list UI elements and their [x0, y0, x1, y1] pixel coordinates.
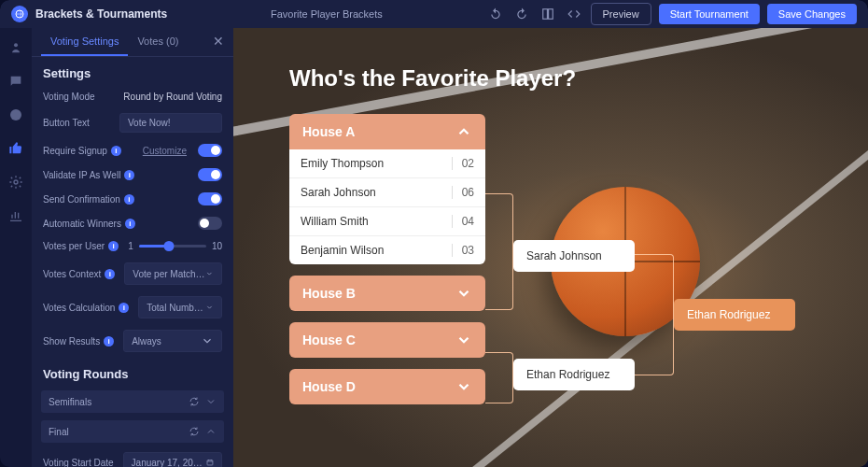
connector: [485, 352, 513, 403]
app-logo: [11, 6, 28, 22]
settings-sidebar: Voting Settings Votes (0) ✕ Settings Vot…: [32, 28, 233, 467]
info-icon[interactable]: i: [124, 170, 134, 180]
voting-mode-value[interactable]: Round by Round Voting: [123, 92, 222, 102]
info-icon[interactable]: i: [124, 194, 134, 205]
close-icon[interactable]: ✕: [213, 34, 224, 49]
nav-users-icon[interactable]: [7, 39, 24, 56]
chevron-down-icon: [455, 378, 472, 395]
champion[interactable]: Ethan Rodriguez: [674, 299, 795, 331]
save-changes-button[interactable]: Save Changes: [767, 4, 857, 24]
nav-palette-icon[interactable]: [7, 106, 24, 123]
svg-rect-1: [542, 9, 547, 20]
iconbar: [0, 28, 32, 467]
chevron-up-icon: [205, 426, 217, 437]
code-icon[interactable]: [565, 5, 583, 23]
validate-ip-toggle[interactable]: [198, 168, 222, 181]
svg-rect-2: [548, 9, 553, 20]
refresh-icon[interactable]: [189, 396, 200, 407]
votes-per-user-slider[interactable]: [139, 245, 206, 248]
slider-min: 1: [128, 241, 133, 251]
nav-chat-icon[interactable]: [7, 73, 24, 90]
bracket-heading: Who's the Favorite Player?: [289, 65, 812, 92]
calendar-icon: [206, 457, 214, 467]
svg-point-5: [14, 180, 18, 184]
info-icon[interactable]: i: [105, 269, 115, 279]
chevron-down-icon: [455, 285, 472, 302]
voting-mode-label: Voting Mode: [43, 92, 95, 102]
info-icon[interactable]: i: [119, 303, 129, 313]
round-final[interactable]: Final: [41, 420, 224, 443]
auto-winners-toggle[interactable]: [198, 217, 222, 230]
house-c-header[interactable]: House C: [289, 322, 485, 358]
info-icon[interactable]: i: [111, 146, 121, 156]
chevron-down-icon: [201, 334, 214, 347]
player-row[interactable]: Benjamin Wilson03: [289, 236, 485, 264]
svg-point-4: [10, 109, 21, 120]
player-row[interactable]: Sarah Johnson06: [289, 178, 485, 207]
semifinal-winner-2[interactable]: Ethan Rodriguez: [513, 359, 635, 390]
project-title: Favorite Player Brackets: [167, 8, 485, 20]
send-confirmation-toggle[interactable]: [198, 192, 222, 205]
refresh-icon[interactable]: [189, 426, 200, 437]
votes-context-label: Votes Context: [43, 269, 101, 279]
start-date-label: Voting Start Date: [43, 458, 114, 468]
undo-icon[interactable]: [486, 5, 505, 23]
info-icon[interactable]: i: [104, 336, 114, 347]
votes-per-user-label: Votes per User: [43, 241, 105, 251]
layout-icon[interactable]: [539, 5, 557, 23]
player-row[interactable]: Emily Thompson02: [289, 149, 485, 178]
show-results-label: Show Results: [43, 336, 100, 347]
nav-thumbs-up-icon[interactable]: [7, 140, 24, 157]
require-signup-label: Require Signup: [43, 146, 107, 156]
round-semifinals[interactable]: Semifinals: [41, 390, 224, 413]
tab-votes[interactable]: Votes (0): [128, 28, 188, 56]
slider-max: 10: [212, 241, 222, 251]
topbar: Brackets & Tournaments Favorite Player B…: [0, 0, 868, 28]
house-d-header[interactable]: House D: [289, 369, 485, 404]
svg-rect-6: [207, 460, 213, 465]
validate-ip-label: Validate IP As Well: [43, 170, 120, 180]
show-results-select[interactable]: Always: [123, 330, 222, 352]
info-icon[interactable]: i: [125, 219, 135, 229]
chevron-down-icon: [205, 301, 214, 314]
house-a-header[interactable]: House A: [289, 114, 485, 149]
customize-link[interactable]: Customize: [143, 146, 187, 156]
svg-point-3: [14, 43, 18, 47]
votes-context-select[interactable]: Vote per Match (one by one): [124, 262, 222, 285]
chevron-down-icon: [205, 396, 217, 407]
votes-calc-label: Votes Calculation: [43, 303, 115, 313]
chevron-up-icon: [455, 123, 472, 140]
house-a-players: Emily Thompson02 Sarah Johnson06 William…: [289, 149, 485, 264]
nav-analytics-icon[interactable]: [7, 207, 24, 224]
chevron-down-icon: [455, 332, 472, 348]
send-confirmation-label: Send Confirmation: [43, 194, 120, 205]
semifinal-winner-1[interactable]: Sarah Johnson: [513, 240, 635, 272]
tab-voting-settings[interactable]: Voting Settings: [41, 28, 128, 56]
chevron-down-icon: [205, 267, 214, 280]
redo-icon[interactable]: [512, 5, 531, 23]
button-text-input[interactable]: [119, 113, 222, 133]
require-signup-toggle[interactable]: [198, 144, 222, 157]
votes-calc-select[interactable]: Total Number of Votes: [138, 296, 222, 318]
player-row[interactable]: William Smith04: [289, 207, 485, 236]
connector: [635, 254, 674, 375]
app-title: Brackets & Tournaments: [35, 7, 167, 21]
rounds-heading: Voting Rounds: [32, 358, 233, 387]
house-b-header[interactable]: House B: [289, 276, 485, 311]
start-tournament-button[interactable]: Start Tournament: [659, 4, 760, 24]
info-icon[interactable]: i: [108, 241, 119, 251]
settings-heading: Settings: [32, 57, 233, 86]
preview-button[interactable]: Preview: [591, 3, 651, 25]
button-text-label: Button Text: [43, 118, 90, 128]
canvas[interactable]: Who's the Favorite Player? House A Emily…: [233, 28, 868, 467]
start-date-picker[interactable]: January 17, 2023 12:00 AM: [123, 452, 222, 467]
nav-settings-icon[interactable]: [7, 174, 24, 191]
auto-winners-label: Automatic Winners: [43, 219, 121, 229]
connector: [485, 193, 513, 310]
